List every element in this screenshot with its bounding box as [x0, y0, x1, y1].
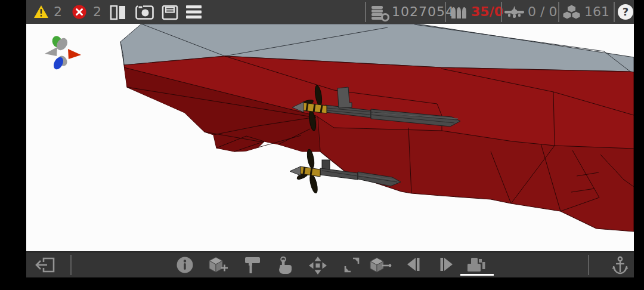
topbar-separator	[365, 2, 366, 22]
active-tool-underline	[460, 274, 494, 276]
ship-render	[26, 24, 634, 251]
top-status-bar: 2 2	[26, 0, 634, 24]
add-block-icon[interactable]	[207, 256, 228, 274]
ship-viewport[interactable]	[26, 24, 634, 251]
topbar-separator	[558, 2, 559, 22]
toolbar-separator	[70, 255, 72, 275]
save-icon[interactable]	[162, 5, 178, 20]
exit-icon[interactable]	[35, 256, 56, 274]
topbar-separator	[445, 2, 446, 22]
help-icon[interactable]: ?	[618, 4, 633, 20]
menu-icon[interactable]	[185, 5, 202, 19]
app-screen: 2 2	[26, 0, 634, 277]
mirror-pages-icon[interactable]	[110, 5, 126, 20]
shells-value: 35/0	[471, 0, 503, 24]
orientation-gizmo[interactable]	[45, 35, 81, 71]
plane-icon	[504, 6, 525, 18]
next-arrow-icon[interactable]	[438, 256, 454, 273]
ship-hull	[124, 56, 634, 232]
warning-icon[interactable]	[33, 5, 49, 19]
bottom-toolbar	[26, 251, 634, 277]
blocks-tool-icon[interactable]	[466, 256, 488, 274]
camera-icon[interactable]	[135, 5, 154, 20]
coins-icon	[371, 4, 389, 21]
error-count: 2	[93, 0, 101, 24]
shells-icon	[451, 5, 467, 19]
prev-arrow-icon[interactable]	[406, 256, 422, 273]
toolbar-separator	[588, 255, 589, 275]
extract-block-icon[interactable]	[369, 256, 392, 274]
warning-count: 2	[54, 0, 62, 24]
touch-icon[interactable]	[275, 256, 293, 275]
cubes-icon	[562, 4, 581, 20]
error-icon[interactable]	[72, 5, 86, 19]
topbar-separator	[501, 2, 502, 22]
fit-view-icon[interactable]	[343, 256, 361, 274]
topbar-separator	[614, 2, 615, 22]
move-icon[interactable]	[308, 256, 327, 275]
cubes-value: 161	[584, 0, 609, 24]
info-icon[interactable]	[176, 256, 194, 274]
paint-roller-icon[interactable]	[244, 256, 262, 274]
anchor-icon[interactable]	[611, 256, 629, 275]
aircraft-value: 0 / 0	[528, 0, 557, 24]
